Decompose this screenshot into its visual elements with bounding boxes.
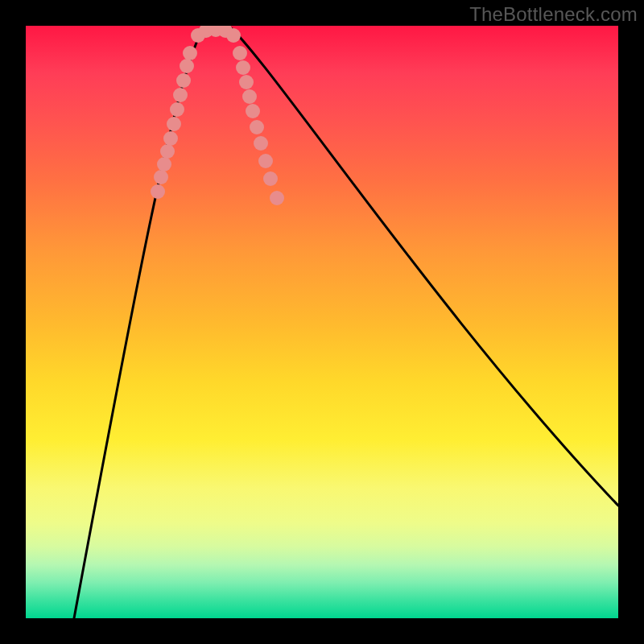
chart-frame: TheBottleneck.com (0, 0, 644, 644)
data-dot (258, 154, 273, 168)
data-dot (157, 157, 171, 171)
data-dot (170, 102, 184, 117)
data-dot (160, 144, 175, 159)
watermark-text: TheBottleneck.com (469, 3, 638, 26)
right-curve (229, 26, 618, 506)
data-dot (236, 60, 250, 75)
data-dot (246, 104, 260, 118)
left-curve (74, 26, 204, 618)
data-dot (163, 131, 178, 146)
data-dot (167, 117, 181, 131)
data-dot (176, 73, 191, 88)
data-dots (151, 26, 284, 205)
data-dot (180, 59, 194, 73)
data-dot (233, 46, 247, 60)
data-dot (226, 28, 241, 43)
data-dot (154, 170, 168, 184)
data-dot (270, 191, 284, 205)
data-dot (239, 75, 254, 89)
data-dot (151, 184, 165, 199)
plot-area (26, 26, 618, 618)
data-dot (254, 136, 268, 151)
data-dot (263, 171, 278, 186)
chart-svg (26, 26, 618, 618)
data-dot (183, 46, 197, 60)
data-dot (173, 88, 188, 102)
data-dot (242, 89, 257, 104)
data-dot (250, 120, 264, 134)
